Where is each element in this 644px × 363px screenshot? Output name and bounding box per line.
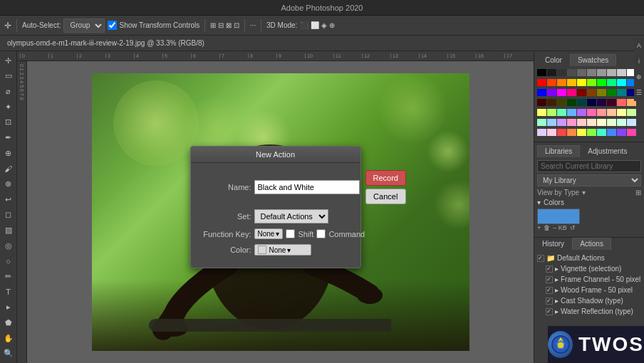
swatch-color[interactable] xyxy=(557,129,566,136)
swatch-color[interactable] xyxy=(627,119,636,126)
transform-controls-checkbox[interactable] xyxy=(108,21,117,30)
swatch-color[interactable] xyxy=(597,79,606,86)
swatch-color[interactable] xyxy=(597,89,606,96)
swatch-color[interactable] xyxy=(577,99,586,106)
panel-icon-2[interactable]: i xyxy=(632,54,644,68)
view-by-chevron[interactable]: ▾ xyxy=(582,189,586,196)
clone-tool[interactable]: ⊗ xyxy=(1,177,16,191)
swatch-color[interactable] xyxy=(597,99,606,106)
swatch-color[interactable] xyxy=(587,99,596,106)
panel-icon-3[interactable]: ⊕ xyxy=(632,70,644,84)
swatch-color[interactable] xyxy=(557,99,566,106)
swatch-color[interactable] xyxy=(557,89,566,96)
default-actions-folder[interactable]: 📁 Default Actions xyxy=(534,253,644,263)
record-button[interactable]: Record xyxy=(365,170,406,186)
move-tool[interactable]: ✛ xyxy=(1,54,16,68)
action-row-4[interactable]: ▸ Cast Shadow (type) xyxy=(543,295,644,306)
swatch-color[interactable] xyxy=(537,89,546,96)
swatch-color[interactable] xyxy=(557,109,566,116)
swatch-color[interactable] xyxy=(567,99,576,106)
dots-menu[interactable]: ··· xyxy=(250,21,256,29)
swatch-color[interactable] xyxy=(577,89,586,96)
pen-tool[interactable]: ✏ xyxy=(1,270,16,283)
swatch-color[interactable] xyxy=(607,129,616,136)
gradient-tool[interactable]: ▨ xyxy=(1,223,16,237)
swatch-color[interactable] xyxy=(547,69,556,76)
swatch-color[interactable] xyxy=(587,89,596,96)
swatch-color[interactable] xyxy=(617,79,626,86)
swatches-tab[interactable]: Swatches xyxy=(570,54,616,66)
fkey-select[interactable]: None ▾ xyxy=(254,228,284,239)
swatch-color[interactable] xyxy=(567,89,576,96)
eyedropper-tool[interactable]: ✒ xyxy=(1,131,16,144)
swatch-color[interactable] xyxy=(607,69,616,76)
dodge-tool[interactable]: ○ xyxy=(1,255,16,268)
history-tab[interactable]: History xyxy=(534,238,572,250)
swatch-color[interactable] xyxy=(597,69,606,76)
swatch-color[interactable] xyxy=(617,129,626,136)
lasso-tool[interactable]: ⌀ xyxy=(1,85,16,98)
swatch-color[interactable] xyxy=(567,109,576,116)
library-dropdown[interactable]: My Library xyxy=(537,174,641,186)
swatch-color[interactable] xyxy=(577,109,586,116)
swatch-color[interactable] xyxy=(607,89,616,96)
swatch-color[interactable] xyxy=(617,119,626,126)
swatch-color[interactable] xyxy=(547,129,556,136)
swatch-color[interactable] xyxy=(587,129,596,136)
crop-tool[interactable]: ⊡ xyxy=(1,116,16,130)
swatch-color[interactable] xyxy=(577,79,586,86)
color-swatch-blue[interactable] xyxy=(537,209,580,224)
swatch-color[interactable] xyxy=(597,109,606,116)
swatch-color[interactable] xyxy=(617,99,626,106)
swatch-color[interactable] xyxy=(537,109,546,116)
swatch-color[interactable] xyxy=(597,129,606,136)
hand-tool[interactable]: ✋ xyxy=(1,332,16,345)
text-tool[interactable]: T xyxy=(1,285,16,299)
swatch-color[interactable] xyxy=(567,69,576,76)
action-row-5[interactable]: ▸ Water Reflection (type) xyxy=(543,306,644,317)
swatch-color[interactable] xyxy=(547,89,556,96)
history-brush-tool[interactable]: ↩ xyxy=(1,193,16,206)
auto-select-dropdown[interactable]: Group Layer xyxy=(63,19,105,33)
actions-tab[interactable]: Actions xyxy=(572,238,611,250)
swatch-color[interactable] xyxy=(617,89,626,96)
swatch-color[interactable] xyxy=(537,69,546,76)
swatch-color[interactable] xyxy=(587,119,596,126)
move-tool-icon[interactable]: ✛ xyxy=(4,21,11,31)
color-tab[interactable]: Color xyxy=(537,54,570,66)
swatch-color[interactable] xyxy=(607,79,616,86)
swatch-color[interactable] xyxy=(627,109,636,116)
swatch-color[interactable] xyxy=(557,79,566,86)
set-dropdown[interactable]: Default Actions xyxy=(254,209,328,223)
swatch-color[interactable] xyxy=(587,69,596,76)
grid-view-icon[interactable]: ⊞ xyxy=(635,189,641,196)
action-row-2[interactable]: ▸ Frame Channel - 50 pixel xyxy=(543,274,644,285)
sync-icon[interactable]: ↺ xyxy=(570,224,576,231)
wand-tool[interactable]: ✦ xyxy=(1,100,16,114)
brush-tool[interactable]: 🖌 xyxy=(1,162,16,176)
libraries-tab[interactable]: Libraries xyxy=(537,145,580,157)
swatch-color[interactable] xyxy=(547,109,556,116)
swatch-color[interactable] xyxy=(557,119,566,126)
swatch-color[interactable] xyxy=(607,109,616,116)
eraser-tool[interactable]: ◻ xyxy=(1,209,16,222)
swatch-color[interactable] xyxy=(537,99,546,106)
swatch-color[interactable] xyxy=(567,79,576,86)
swatch-color[interactable] xyxy=(617,69,626,76)
swatch-color[interactable] xyxy=(537,119,546,126)
action-row-1[interactable]: ▸ Vignette (selection) xyxy=(543,263,644,274)
command-checkbox[interactable] xyxy=(316,229,326,238)
panel-icon-1[interactable]: A xyxy=(632,38,644,53)
swatch-color[interactable] xyxy=(567,119,576,126)
add-color-icon[interactable]: + xyxy=(537,224,541,231)
swatch-color[interactable] xyxy=(547,119,556,126)
swatch-color[interactable] xyxy=(537,129,546,136)
swatch-color[interactable] xyxy=(577,129,586,136)
path-select-tool[interactable]: ▸ xyxy=(1,301,16,315)
swatch-color[interactable] xyxy=(617,109,626,116)
swatch-color[interactable] xyxy=(627,129,636,136)
shift-checkbox[interactable] xyxy=(286,229,295,238)
swatch-color[interactable] xyxy=(537,79,546,86)
swatch-color[interactable] xyxy=(547,79,556,86)
name-input[interactable] xyxy=(254,180,360,194)
